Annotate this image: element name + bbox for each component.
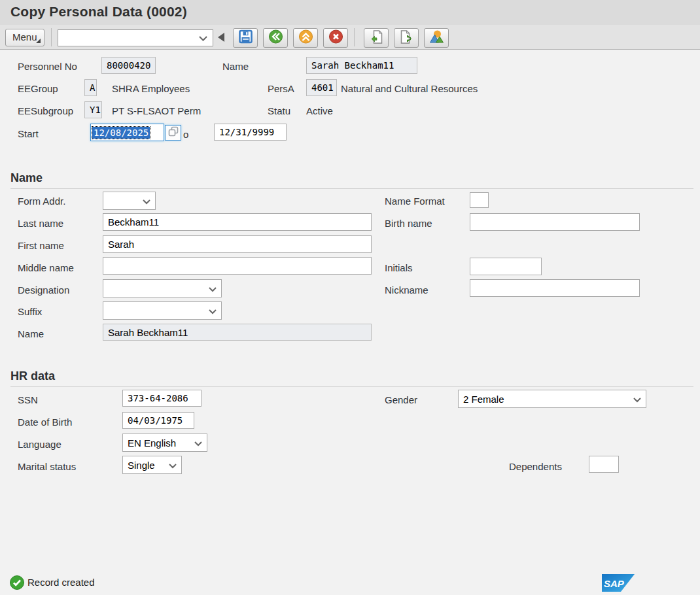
graphics-button[interactable]: [424, 28, 449, 48]
persa-label: PersA: [268, 83, 294, 94]
chevron-down-icon: [143, 196, 150, 207]
language-select[interactable]: EN English: [122, 434, 207, 452]
to-label: o: [183, 129, 188, 140]
start-date-label: Start: [18, 128, 39, 139]
name-format-label: Name Format: [385, 196, 445, 207]
dependents-field[interactable]: [589, 456, 619, 473]
nickname-label: Nickname: [385, 284, 429, 296]
eesubgroup-text: PT S-FLSAOT Perm: [112, 105, 201, 116]
suffix-label: Suffix: [18, 306, 42, 317]
section-divider: [10, 386, 693, 387]
copy-out-button[interactable]: [394, 28, 419, 48]
cancel-icon: [328, 29, 344, 47]
first-name-field[interactable]: Sarah: [103, 235, 372, 253]
dob-label: Date of Birth: [18, 416, 72, 428]
name-section-title: Name: [10, 171, 43, 185]
menu-button-label: Menu: [12, 31, 37, 42]
form-addr-label: Form Addr.: [18, 196, 65, 207]
start-date-field[interactable]: 12/08/2025: [90, 124, 164, 141]
language-value: EN English: [128, 437, 176, 449]
middle-name-label: Middle name: [18, 262, 74, 273]
ssn-field[interactable]: 373-64-2086: [122, 390, 201, 407]
persa-text: Natural and Cultural Resources: [341, 83, 478, 94]
gender-select[interactable]: 2 Female: [458, 390, 646, 408]
graphics-session-icon: [429, 29, 445, 47]
copy-icon: [167, 126, 179, 140]
marital-status-label: Marital status: [18, 461, 76, 472]
eegroup-field[interactable]: A: [84, 79, 97, 96]
eegroup-label: EEGroup: [18, 83, 58, 94]
status-value: Active: [306, 105, 333, 116]
ssn-label: SSN: [18, 394, 38, 405]
hr-section-title: HR data: [10, 369, 55, 383]
chevron-down-icon[interactable]: [199, 32, 207, 44]
back-button[interactable]: [263, 28, 288, 48]
chevron-down-icon: [194, 437, 202, 449]
toolbar: Menu: [0, 25, 700, 50]
section-divider: [10, 188, 693, 189]
chevron-down-icon: [633, 394, 641, 405]
exit-button[interactable]: [293, 28, 318, 48]
status-success-icon: [9, 575, 25, 593]
dependents-label: Dependents: [509, 461, 562, 472]
eegroup-text: SHRA Employees: [112, 83, 190, 94]
status-message: Record created: [27, 577, 95, 588]
sap-window: Copy Personal Data (0002) Menu: [0, 0, 700, 595]
chevron-down-icon: [209, 305, 217, 316]
last-name-label: Last name: [18, 218, 63, 229]
copy-in-document-icon: [368, 29, 385, 47]
middle-name-field[interactable]: [103, 257, 372, 275]
name-header-field[interactable]: Sarah Beckham11: [306, 57, 417, 74]
chevron-down-icon: [209, 283, 217, 294]
name-header-label: Name: [222, 61, 249, 72]
dob-field[interactable]: 04/03/1975: [122, 412, 194, 429]
first-name-label: First name: [18, 240, 64, 251]
gender-value: 2 Female: [463, 394, 504, 405]
initials-label: Initials: [385, 262, 413, 273]
status-label: Statu: [268, 105, 290, 116]
full-name-field: Sarah Beckham11: [103, 324, 372, 341]
menu-button[interactable]: Menu: [5, 29, 44, 46]
nickname-field[interactable]: [470, 279, 640, 297]
copy-out-document-icon: [398, 29, 415, 47]
eesubgroup-label: EESubgroup: [18, 105, 73, 116]
end-date-field[interactable]: 12/31/9999: [214, 124, 287, 141]
persa-field[interactable]: 4601: [306, 79, 337, 96]
full-name-label: Name: [18, 328, 44, 339]
back-icon: [268, 29, 284, 47]
start-date-value: 12/08/2025: [92, 127, 150, 139]
chevron-down-icon: [169, 460, 177, 471]
copy-value-button[interactable]: [165, 125, 181, 141]
command-field[interactable]: [58, 29, 213, 46]
page-title: Copy Personal Data (0002): [10, 4, 187, 20]
gender-label: Gender: [385, 394, 417, 405]
language-label: Language: [18, 439, 61, 450]
personnel-no-field[interactable]: 80000420: [101, 57, 156, 74]
menu-dropdown-triangle-icon: [36, 39, 41, 43]
toolbar-divider: [354, 28, 355, 46]
birth-name-label: Birth name: [385, 218, 432, 229]
suffix-select[interactable]: [103, 301, 222, 320]
collapse-toolbar-arrow-icon[interactable]: [218, 33, 224, 42]
marital-status-select[interactable]: Single: [122, 456, 182, 474]
last-name-field[interactable]: Beckham11: [103, 213, 372, 231]
sap-logo-text: SAP: [604, 578, 625, 589]
toolbar-divider: [51, 28, 52, 46]
name-format-field[interactable]: [470, 192, 489, 208]
copy-in-button[interactable]: [364, 28, 389, 48]
personnel-no-label: Personnel No: [18, 61, 77, 72]
cancel-button[interactable]: [323, 28, 348, 48]
save-icon: [237, 29, 254, 47]
marital-status-value: Single: [128, 460, 155, 471]
exit-icon: [298, 29, 314, 47]
save-button[interactable]: [233, 28, 258, 48]
titlebar: Copy Personal Data (0002): [0, 0, 700, 25]
form-addr-select[interactable]: [103, 192, 156, 210]
designation-select[interactable]: [103, 279, 222, 298]
sap-logo: SAP: [602, 573, 635, 595]
designation-label: Designation: [18, 284, 69, 296]
birth-name-field[interactable]: [470, 213, 640, 231]
eesubgroup-field[interactable]: Y1: [84, 101, 102, 118]
initials-field[interactable]: [470, 258, 542, 275]
